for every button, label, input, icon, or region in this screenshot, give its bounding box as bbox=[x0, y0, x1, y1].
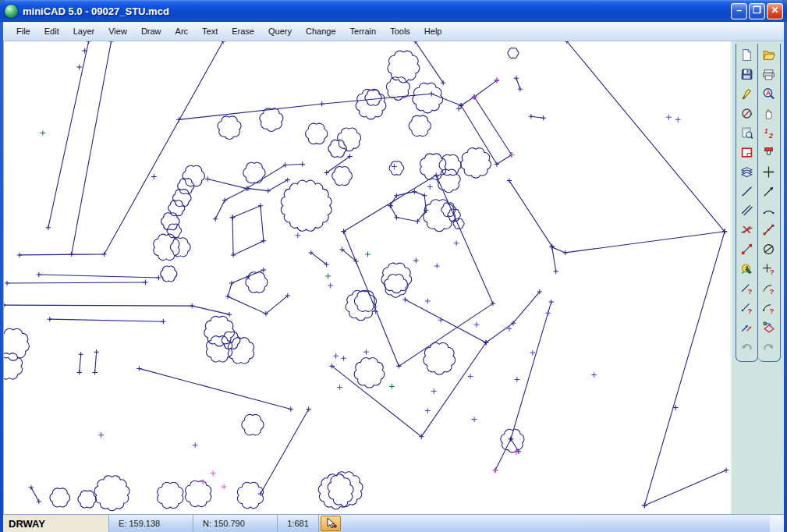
survey-cross[interactable] bbox=[427, 184, 433, 190]
tree-symbol[interactable] bbox=[173, 190, 191, 207]
survey-cross[interactable] bbox=[37, 499, 41, 504]
resize-grip[interactable] bbox=[770, 515, 784, 532]
menu-change[interactable]: Change bbox=[299, 24, 343, 38]
survey-cross[interactable] bbox=[40, 130, 45, 136]
survey-cross[interactable] bbox=[337, 385, 342, 390]
survey-cross[interactable] bbox=[509, 436, 513, 441]
menu-text[interactable]: Text bbox=[195, 24, 225, 38]
survey-cross[interactable] bbox=[46, 225, 51, 230]
tree-symbol[interactable] bbox=[306, 123, 328, 144]
draw-arc-button[interactable] bbox=[760, 201, 778, 221]
tree-symbol[interactable] bbox=[237, 482, 263, 508]
boundary-line[interactable] bbox=[332, 300, 486, 437]
survey-cross[interactable] bbox=[300, 161, 305, 166]
survey-cross[interactable] bbox=[225, 294, 230, 299]
tree-symbol[interactable] bbox=[94, 476, 129, 511]
survey-cross[interactable] bbox=[514, 76, 519, 80]
drawing-canvas[interactable] bbox=[4, 41, 730, 514]
survey-cross[interactable] bbox=[92, 370, 97, 374]
survey-cross[interactable] bbox=[98, 432, 104, 438]
tree-symbol[interactable] bbox=[281, 180, 331, 231]
query-line-button[interactable]: ? bbox=[737, 278, 756, 298]
survey-cross[interactable] bbox=[285, 177, 290, 182]
survey-cross[interactable] bbox=[675, 117, 681, 122]
parallel-lines-button[interactable] bbox=[737, 201, 756, 221]
boundary-line[interactable] bbox=[80, 354, 81, 372]
tree-symbol[interactable] bbox=[328, 472, 363, 507]
point-numbers-button[interactable]: 12 bbox=[760, 123, 778, 143]
survey-cross[interactable] bbox=[507, 178, 512, 183]
tree-symbol[interactable] bbox=[161, 266, 177, 282]
survey-cross[interactable] bbox=[545, 310, 551, 316]
survey-cross[interactable] bbox=[425, 408, 431, 413]
survey-cross[interactable] bbox=[365, 251, 370, 257]
redo-button[interactable] bbox=[760, 337, 778, 356]
menu-help[interactable]: Help bbox=[417, 24, 449, 38]
survey-cross[interactable] bbox=[261, 268, 266, 272]
survey-cross[interactable] bbox=[514, 377, 519, 382]
tree-symbol[interactable] bbox=[4, 353, 23, 379]
tree-symbol[interactable] bbox=[78, 491, 96, 508]
tree-symbol[interactable] bbox=[354, 358, 385, 388]
boundary-line[interactable] bbox=[207, 165, 303, 189]
survey-cross[interactable] bbox=[392, 164, 397, 169]
survey-cross[interactable] bbox=[549, 300, 554, 304]
survey-cross[interactable] bbox=[213, 217, 218, 222]
menu-erase[interactable]: Erase bbox=[225, 24, 261, 38]
tree-symbol[interactable] bbox=[356, 89, 386, 119]
boundary-line[interactable] bbox=[39, 275, 159, 278]
zoom-window-button[interactable] bbox=[737, 143, 756, 162]
menu-tools[interactable]: Tools bbox=[383, 24, 417, 38]
menu-edit[interactable]: Edit bbox=[37, 24, 66, 38]
survey-cross[interactable] bbox=[394, 193, 399, 197]
survey-cross[interactable] bbox=[283, 162, 288, 167]
move-point-button[interactable] bbox=[737, 317, 756, 337]
boundary-line[interactable] bbox=[50, 319, 164, 321]
survey-cross[interactable] bbox=[554, 269, 558, 274]
pan-hand-button[interactable] bbox=[760, 104, 778, 123]
survey-cross[interactable] bbox=[324, 170, 328, 175]
menu-view[interactable]: View bbox=[101, 24, 134, 38]
survey-cross[interactable] bbox=[161, 319, 165, 324]
survey-cross[interactable] bbox=[319, 101, 324, 106]
tree-symbol[interactable] bbox=[439, 154, 461, 175]
boundary-line[interactable] bbox=[19, 41, 223, 255]
tree-symbol[interactable] bbox=[242, 414, 264, 434]
tree-symbol[interactable] bbox=[158, 482, 183, 508]
plumb-symbol-button[interactable] bbox=[760, 143, 778, 162]
survey-cross[interactable] bbox=[48, 317, 52, 321]
boundary-line[interactable] bbox=[495, 302, 551, 470]
survey-cross[interactable] bbox=[518, 87, 523, 91]
title-bar[interactable]: miniCAD 5.0 - 09027_STU.mcd – ❐ ✕ bbox=[0, 0, 787, 22]
survey-cross[interactable] bbox=[17, 253, 22, 257]
survey-cross[interactable] bbox=[222, 484, 227, 489]
survey-cross[interactable] bbox=[258, 203, 263, 207]
boundary-line[interactable] bbox=[342, 250, 356, 261]
survey-cross[interactable] bbox=[221, 41, 225, 44]
survey-cross[interactable] bbox=[441, 80, 445, 85]
line-endpoints-button[interactable] bbox=[737, 239, 756, 259]
tree-symbol[interactable] bbox=[389, 161, 404, 175]
survey-cross[interactable] bbox=[456, 106, 462, 112]
new-file-button[interactable] bbox=[737, 45, 756, 65]
survey-cross[interactable] bbox=[307, 406, 311, 411]
survey-cross[interactable] bbox=[541, 115, 546, 120]
tree-symbol[interactable] bbox=[413, 83, 443, 112]
survey-cross[interactable] bbox=[347, 154, 352, 158]
survey-cross[interactable] bbox=[222, 197, 227, 202]
survey-cross[interactable] bbox=[562, 250, 567, 255]
boundary-line[interactable] bbox=[486, 292, 540, 342]
minimize-button[interactable]: – bbox=[731, 3, 747, 20]
survey-cross[interactable] bbox=[295, 232, 300, 238]
survey-cross[interactable] bbox=[69, 252, 74, 257]
tree-symbol[interactable] bbox=[161, 213, 179, 230]
tree-symbol[interactable] bbox=[354, 291, 376, 311]
survey-cross[interactable] bbox=[200, 479, 206, 484]
menu-arc[interactable]: Arc bbox=[168, 24, 196, 38]
survey-cross[interactable] bbox=[94, 349, 98, 354]
maximize-button[interactable]: ❐ bbox=[749, 3, 765, 20]
draw-cross-button[interactable] bbox=[760, 162, 778, 182]
boundary-line[interactable] bbox=[327, 156, 350, 172]
survey-cross[interactable] bbox=[76, 65, 82, 70]
survey-cross[interactable] bbox=[261, 239, 266, 243]
